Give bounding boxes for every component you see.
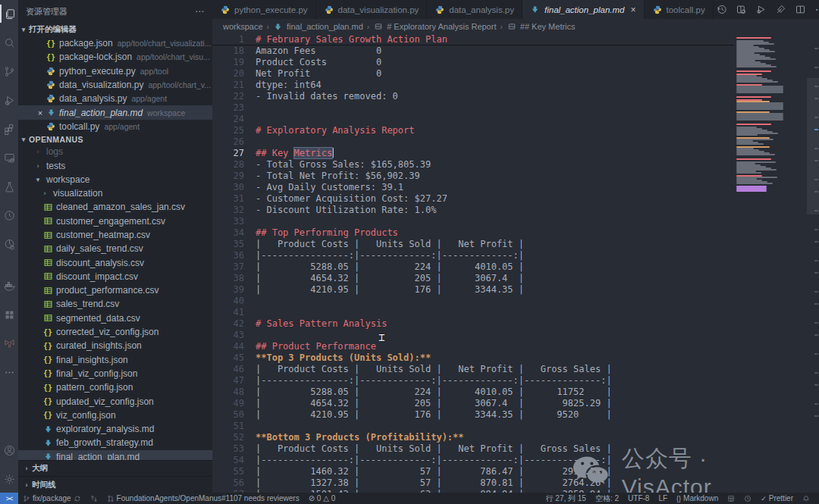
tree-file-final_viz_config.json[interactable]: {}final_viz_config.json — [18, 367, 212, 380]
search-icon[interactable] — [0, 33, 18, 52]
split-editor-icon[interactable] — [792, 2, 809, 18]
minimap[interactable] — [734, 34, 789, 493]
docker-icon[interactable] — [0, 277, 18, 295]
tab-toolcall.py[interactable]: toolcall.py — [645, 0, 714, 19]
tree-file-product_performance.csv[interactable]: product_performance.csv — [18, 283, 212, 297]
source-control-icon[interactable] — [0, 62, 18, 80]
tree-file-customer_heatmap.csv[interactable]: customer_heatmap.csv — [18, 228, 212, 242]
run-debug-icon[interactable] — [0, 91, 18, 109]
line-text: **Bottom 3 Products (Profitability):** — [256, 432, 464, 443]
line-number: 39 — [212, 284, 244, 296]
problems-status[interactable]: ⊘ 0 △ 0 — [304, 493, 340, 504]
tree-file-sales_trend.csv[interactable]: sales_trend.csv — [18, 297, 212, 311]
open-editors-section[interactable]: ▾ 打开的编辑器 — [18, 23, 212, 36]
project-section[interactable]: ▾ OPENMANUS — [18, 133, 212, 145]
line-number: 22 — [212, 91, 244, 102]
line-number: 50 — [212, 409, 244, 421]
tree-file-discount_analysis.csv[interactable]: discount_analysis.csv — [18, 255, 212, 269]
tree-folder-visualization[interactable]: ›visualization — [18, 186, 212, 200]
tree-file-pattern_config.json[interactable]: {}pattern_config.json — [18, 380, 212, 394]
timer-status-icon[interactable] — [739, 493, 756, 504]
settings-gear-icon[interactable] — [0, 470, 18, 488]
account-icon[interactable] — [0, 441, 18, 459]
tab-final_action_plan.md[interactable]: final_action_plan.md× — [522, 0, 645, 19]
timeline-history-icon[interactable] — [714, 2, 730, 18]
minimap-row — [736, 37, 771, 39]
tree-file-final_insights.json[interactable]: {}final_insights.json — [18, 353, 212, 367]
code-line-47: 47|----------------:|-------------:|----… — [212, 375, 734, 387]
grid-extension-icon[interactable] — [0, 305, 18, 324]
prettier-status[interactable]: ✓Prettier — [756, 493, 798, 504]
open-editor-item[interactable]: data_analysis.pyapp/agent — [18, 92, 212, 105]
breadcrumb: workspace›final_action_plan.md›# Explora… — [212, 19, 819, 34]
sidebar-more-icon[interactable]: ⋯ — [195, 6, 205, 17]
breadcrumb-label: ## Key Metrics — [520, 22, 576, 31]
indentation[interactable]: 空格: 2 — [591, 493, 623, 504]
tree-file-customer_engagement.csv[interactable]: customer_engagement.csv — [18, 214, 212, 228]
git-compare-status[interactable] — [86, 493, 102, 504]
eol[interactable]: LF — [654, 493, 672, 504]
git-branch-status[interactable]: fix/package — [18, 493, 86, 504]
tree-file-exploratory_analysis.md[interactable]: exploratory_analysis.md — [18, 422, 212, 436]
tree-folder-logs[interactable]: ›logs — [18, 145, 212, 158]
gitlens-icon[interactable] — [0, 334, 18, 352]
tab-data_analysis.py[interactable]: data_analysis.py — [427, 0, 522, 19]
encoding[interactable]: UTF-8 — [623, 493, 654, 504]
layout-status-icon[interactable] — [723, 493, 739, 504]
open-editor-item[interactable]: ×final_action_plan.mdworkspace — [18, 105, 212, 119]
file-name: corrected_viz_config.json — [56, 327, 158, 337]
extensions-icon[interactable] — [0, 120, 18, 138]
open-changes-icon[interactable] — [733, 2, 750, 18]
tree-file-viz_config.json[interactable]: {}viz_config.json — [18, 409, 212, 422]
testing-icon[interactable] — [0, 177, 18, 196]
tree-file-feb_growth_strategy.md[interactable]: feb_growth_strategy.md — [18, 436, 212, 449]
run-file-icon[interactable] — [753, 2, 770, 18]
python-file-icon — [435, 5, 445, 15]
tree-file-updated_viz_config.json[interactable]: {}updated_viz_config.json — [18, 394, 212, 408]
timer-icon[interactable] — [0, 206, 18, 224]
tree-file-segmented_data.csv[interactable]: segmented_data.csv — [18, 311, 212, 325]
python-file-icon — [324, 5, 334, 15]
tree-file-corrected_viz_config.json[interactable]: {}corrected_viz_config.json — [18, 325, 212, 339]
close-icon[interactable]: × — [35, 108, 46, 117]
open-editor-item[interactable]: python_execute.pyapp/tool — [18, 64, 212, 78]
more-actions-icon[interactable]: ⋯ — [812, 2, 819, 18]
breadcrumb-item[interactable]: ## Key Metrics — [507, 21, 576, 32]
more-views-icon[interactable] — [0, 363, 18, 381]
line-number: 20 — [212, 68, 244, 80]
chevron-right-icon: › — [21, 465, 32, 472]
line-text: Net Profit 0 — [256, 68, 381, 80]
tree-file-cleaned_amazon_sales_jan.csv[interactable]: cleaned_amazon_sales_jan.csv — [18, 200, 212, 214]
python-file-icon — [46, 121, 56, 132]
breadcrumb-item[interactable]: # Exploratory Analysis Report — [373, 21, 496, 32]
tree-file-curated_insights.json[interactable]: {}curated_insights.json — [18, 339, 212, 352]
open-editor-item[interactable]: {}package-lock.jsonapp/tool/chart_visu..… — [18, 50, 212, 64]
remote-indicator[interactable]: >< — [0, 493, 18, 504]
github-pr-status[interactable]: FoundationAgents/OpenManus#1107 needs re… — [102, 493, 304, 504]
breadcrumb-item[interactable]: final_action_plan.md — [273, 21, 363, 32]
remote-explorer-icon[interactable] — [0, 149, 18, 167]
language-mode[interactable]: {}Markdown — [672, 493, 723, 504]
open-editor-item[interactable]: {}package.jsonapp/tool/chart_visualizati… — [18, 36, 212, 50]
cursor-position[interactable]: 行 27, 列 15 — [541, 493, 591, 504]
tree-folder-workspace[interactable]: ▾workspace — [18, 173, 212, 186]
wechat-watermark: 公众号 · VisActor — [573, 449, 800, 493]
timeline-section[interactable]: › 时间线 — [18, 477, 212, 493]
editor-pane[interactable]: 1# February Sales Growth Action Plan18Am… — [212, 34, 734, 493]
open-editor-item[interactable]: toolcall.pyapp/agent — [18, 120, 212, 133]
tab-python_execute.py[interactable]: python_execute.py — [212, 0, 316, 19]
tree-folder-tests[interactable]: ›tests — [18, 158, 212, 172]
tree-file-daily_sales_trend.csv[interactable]: daily_sales_trend.csv — [18, 242, 212, 255]
notifications-bell-icon[interactable] — [798, 493, 814, 504]
tree-file-discount_impact.csv[interactable]: discount_impact.csv — [18, 270, 212, 283]
profiler-icon[interactable] — [0, 235, 18, 253]
close-icon[interactable]: × — [630, 5, 635, 15]
line-number: 24 — [212, 114, 244, 125]
tab-data_visualization.py[interactable]: data_visualization.py — [316, 0, 428, 19]
outline-section[interactable]: › 大纲 — [18, 461, 212, 477]
markdown-preview-icon[interactable] — [773, 2, 789, 18]
open-editor-item[interactable]: data_visualization.pyapp/tool/chart_v... — [18, 78, 212, 92]
explorer-icon[interactable] — [0, 5, 18, 23]
vertical-scrollbar[interactable] — [807, 78, 819, 214]
breadcrumb-item[interactable]: workspace — [223, 22, 263, 31]
